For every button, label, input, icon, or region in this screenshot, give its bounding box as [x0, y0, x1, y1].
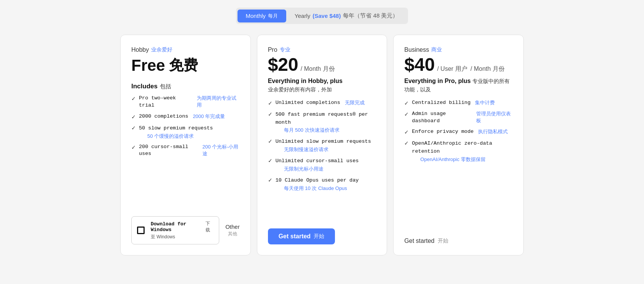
download-title-zh: 下载 [206, 220, 214, 233]
pro-plan-card: Pro 专业 $20 / Month 月份 Everything in Hobb… [257, 35, 387, 255]
pro-price-value: $20 [268, 56, 298, 74]
windows-icon [137, 227, 145, 234]
hobby-plan-card: Hobby 业余爱好 Free 免费 Includes 包括 ✓ Pro two… [120, 35, 251, 255]
check-icon: ✓ [404, 100, 409, 106]
business-features: ✓ Centralized billing 集中计费 ✓ Admin usage… [404, 99, 513, 230]
list-item: ✓ 10 Claude Opus uses per day 每天使用 10 次 … [268, 176, 376, 192]
check-icon: ✓ [404, 111, 409, 117]
check-icon: ✓ [268, 158, 273, 164]
hobby-tag-en: Hobby [131, 46, 149, 53]
check-icon: ✓ [268, 177, 273, 183]
list-item: ✓ Unlimited slow premium requests 无限制慢速溢… [268, 137, 376, 153]
pro-everything: Everything in Hobby, plus 业余爱好的所有内容，外加 [268, 77, 376, 94]
business-everything-en: Everything in Pro, plus [404, 78, 470, 84]
business-tag: Business 商业 [404, 46, 513, 53]
feature-text: 10 Claude Opus uses per day [276, 177, 359, 183]
business-plan-card: Business 商业 $40 / User 用户 / Month 月份 Eve… [393, 35, 524, 255]
business-price: $40 / User 用户 / Month 月份 [404, 56, 513, 74]
billing-toggle: Monthly 每月 Yearly (Save $48) 每年（节省 48 美元… [236, 8, 408, 24]
download-title: Download for Windows 下载 [151, 220, 214, 233]
download-sub-zh: 至 Windows [151, 234, 214, 240]
yearly-suffix: 每年（节省 48 美元） [343, 12, 398, 19]
plans-container: Hobby 业余爱好 Free 免费 Includes 包括 ✓ Pro two… [113, 35, 531, 255]
hobby-includes-zh: 包括 [160, 83, 171, 90]
list-item: ✓ 200 cursor-small uses 200 个光标-小用途 [131, 144, 240, 158]
feature-text: 50 slow premium requests [139, 125, 213, 131]
feature-text: 200 cursor-small uses [139, 144, 198, 158]
business-tag-en: Business [404, 46, 429, 53]
feature-zh: 200 个光标-小用途 [202, 144, 240, 157]
hobby-price-zh: 免费 [169, 56, 198, 75]
list-item: ✓ OpenAI/Anthropic zero-data retention O… [404, 139, 513, 163]
feature-text: OpenAI/Anthropic zero-data retention [412, 140, 492, 154]
feature-text: 500 fast premium requests® per month [276, 112, 368, 125]
download-title-en: Download for Windows [151, 221, 204, 233]
yearly-save: (Save $48) [312, 13, 341, 19]
check-icon: ✓ [404, 140, 409, 146]
business-cta-zh: 开始 [438, 238, 448, 244]
feature-zh: OpenAI/Anthropic 零数据保留 [420, 156, 513, 163]
pro-price: $20 / Month 月份 [268, 56, 376, 74]
list-item: ✓ Pro two-week trial 为期两周的专业试用 [131, 95, 240, 109]
other-label: Other [225, 223, 240, 230]
yearly-toggle[interactable]: Yearly (Save $48) 每年（节省 48 美元） [286, 9, 406, 22]
pro-features: ✓ Unlimited completions 无限完成 ✓ 500 fast … [268, 99, 376, 221]
business-price-unit: / User 用户 / Month 月份 [437, 66, 504, 72]
check-icon: ✓ [131, 125, 136, 131]
feature-text: Admin usage dashboard [412, 110, 472, 125]
hobby-includes-en: Includes [131, 83, 158, 90]
hobby-features: ✓ Pro two-week trial 为期两周的专业试用 ✓ 2000 co… [131, 95, 240, 209]
feature-zh: 无限制慢速溢价请求 [284, 146, 371, 153]
check-icon: ✓ [268, 138, 273, 144]
hobby-footer: Download for Windows 下载 至 Windows Other … [131, 209, 240, 244]
check-icon: ✓ [131, 144, 136, 150]
check-icon: ✓ [131, 96, 136, 102]
monthly-label: Monthly [246, 13, 266, 19]
pro-tag-en: Pro [268, 46, 277, 53]
check-icon: ✓ [268, 100, 273, 106]
feature-text: Unlimited slow premium requests [276, 139, 371, 144]
feature-zh: 集中计费 [475, 99, 495, 106]
check-icon: ✓ [404, 129, 409, 135]
other-zh: 其他 [228, 231, 237, 237]
business-price-value: $40 [404, 56, 435, 74]
business-everything: Everything in Pro, plus 专业版中的所有功能，以及 [404, 77, 513, 94]
pro-tag: Pro 专业 [268, 46, 376, 53]
monthly-toggle[interactable]: Monthly 每月 [238, 10, 287, 22]
list-item: ✓ 2000 completions 2000 年完成量 [131, 113, 240, 120]
pro-everything-zh: 业余爱好的所有内容，外加 [268, 86, 332, 93]
check-icon: ✓ [131, 114, 136, 120]
business-tag-zh: 商业 [431, 46, 442, 53]
feature-text: Pro two-week trial [139, 95, 192, 109]
yearly-label: Yearly [295, 13, 310, 19]
business-get-started[interactable]: Get started 开始 [404, 238, 513, 244]
other-button[interactable]: Other 其他 [225, 223, 240, 237]
hobby-price: Free 免费 [131, 56, 240, 75]
check-icon: ✓ [268, 111, 273, 117]
download-text-block: Download for Windows 下载 至 Windows [151, 220, 214, 240]
feature-text: 2000 completions [139, 113, 188, 120]
pro-everything-en: Everything in Hobby, plus [268, 78, 343, 84]
feature-text: Unlimited cursor-small uses [276, 158, 359, 164]
download-button[interactable]: Download for Windows 下载 至 Windows [131, 216, 219, 244]
feature-zh: 2000 年完成量 [193, 113, 225, 120]
list-item: ✓ Unlimited completions 无限完成 [268, 99, 376, 107]
feature-zh: 执行隐私模式 [478, 128, 508, 135]
feature-zh: 管理员使用仪表板 [476, 110, 513, 124]
feature-zh: 50 个缓慢的溢价请求 [147, 133, 213, 140]
list-item: ✓ Centralized billing 集中计费 [404, 99, 513, 107]
hobby-includes: Includes 包括 [131, 83, 240, 90]
feature-zh: 无限制光标小用途 [284, 166, 359, 172]
feature-text: Unlimited completions [276, 99, 340, 107]
pro-cta-zh: 开始 [314, 233, 324, 240]
list-item: ✓ 500 fast premium requests® per month 每… [268, 110, 376, 134]
feature-text: Centralized billing [412, 99, 470, 107]
pro-get-started-button[interactable]: Get started 开始 [268, 228, 335, 244]
pro-footer: Get started 开始 [268, 221, 376, 244]
list-item: ✓ Enforce privacy mode 执行隐私模式 [404, 128, 513, 136]
pro-cta-label: Get started [279, 233, 311, 240]
feature-zh: 每天使用 10 次 Claude Opus [284, 185, 359, 192]
feature-zh: 每月 500 次快速溢价请求 [284, 127, 376, 134]
list-item: ✓ Unlimited cursor-small uses 无限制光标小用途 [268, 157, 376, 172]
list-item: ✓ Admin usage dashboard 管理员使用仪表板 [404, 110, 513, 125]
